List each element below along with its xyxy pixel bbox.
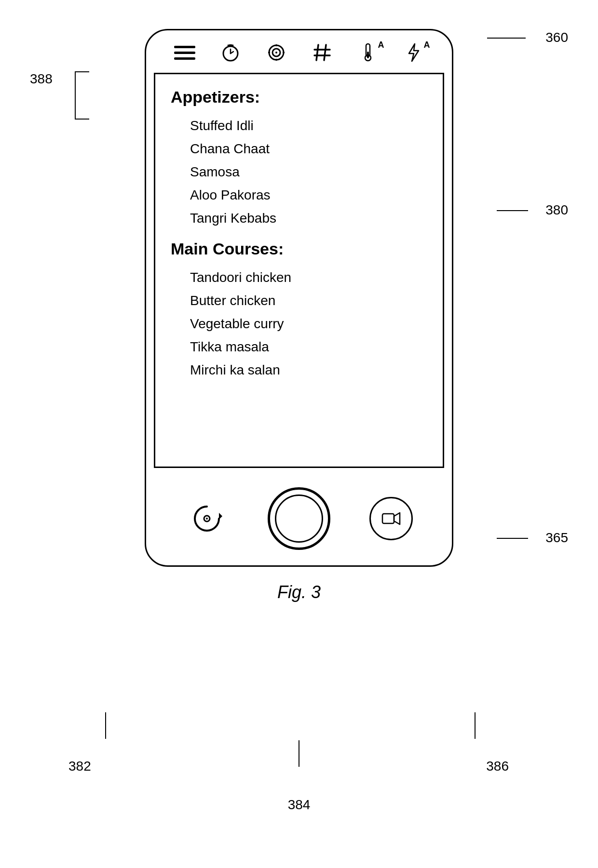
arrow-365 bbox=[497, 538, 528, 539]
menu-icon[interactable] bbox=[174, 43, 195, 62]
appetizer-item-3: Samosa bbox=[171, 160, 427, 184]
svg-rect-24 bbox=[382, 514, 394, 523]
svg-point-8 bbox=[275, 52, 277, 53]
appetizer-item-1: Stuffed Idli bbox=[171, 114, 427, 137]
svg-line-14 bbox=[324, 45, 326, 60]
brace-388 bbox=[75, 71, 89, 120]
device: A A Appetizers: Stuffed Idli Chana Chaat… bbox=[145, 29, 453, 567]
lightning-icon[interactable]: A bbox=[403, 42, 424, 63]
bottom-controls bbox=[146, 476, 452, 565]
appetizer-item-2: Chana Chaat bbox=[171, 137, 427, 160]
main-item-1: Tandoori chicken bbox=[171, 266, 427, 289]
fig-caption: Fig. 3 bbox=[277, 582, 321, 602]
video-icon bbox=[381, 508, 402, 529]
toolbar: A A bbox=[146, 30, 452, 73]
arrow-360 bbox=[487, 38, 526, 39]
lightning-a: A bbox=[424, 40, 430, 50]
main-item-2: Butter chicken bbox=[171, 289, 427, 312]
svg-rect-5 bbox=[229, 44, 232, 46]
label-384: 384 bbox=[288, 797, 311, 813]
video-button[interactable] bbox=[369, 497, 413, 540]
appetizer-item-4: Aloo Pakoras bbox=[171, 184, 427, 207]
timer-icon[interactable] bbox=[220, 42, 241, 63]
svg-rect-19 bbox=[367, 52, 369, 58]
appetizers-header: Appetizers: bbox=[171, 88, 427, 107]
thermometer-icon[interactable]: A bbox=[357, 42, 379, 63]
arrow-380 bbox=[497, 210, 528, 211]
page-wrapper: 360 388 380 365 382 384 386 bbox=[0, 0, 598, 868]
label-360: 360 bbox=[545, 30, 568, 45]
appetizers-section: Appetizers: Stuffed Idli Chana Chaat Sam… bbox=[171, 88, 427, 230]
hamburger-icon bbox=[174, 43, 195, 62]
label-386: 386 bbox=[486, 759, 509, 774]
thermometer-svg bbox=[357, 42, 379, 63]
timer-svg bbox=[220, 42, 241, 63]
lightning-svg bbox=[403, 42, 424, 63]
rotate-camera-button[interactable] bbox=[185, 497, 229, 540]
shutter-button[interactable] bbox=[268, 487, 330, 550]
main-item-4: Tikka masala bbox=[171, 335, 427, 359]
svg-marker-25 bbox=[394, 513, 400, 524]
thermometer-a: A bbox=[378, 40, 384, 50]
rotate-icon bbox=[188, 499, 226, 538]
label-382: 382 bbox=[68, 759, 91, 774]
line-384 bbox=[299, 740, 299, 767]
main-item-5: Mirchi ka salan bbox=[171, 359, 427, 382]
label-365: 365 bbox=[545, 530, 568, 546]
label-380: 380 bbox=[545, 202, 568, 218]
screen: Appetizers: Stuffed Idli Chana Chaat Sam… bbox=[154, 73, 444, 468]
svg-point-23 bbox=[206, 518, 208, 520]
main-courses-header: Main Courses: bbox=[171, 240, 427, 258]
main-item-3: Vegetable curry bbox=[171, 312, 427, 335]
target-svg bbox=[266, 42, 287, 63]
label-388: 388 bbox=[30, 71, 53, 87]
appetizer-item-5: Tangri Kebabs bbox=[171, 207, 427, 230]
hash-svg bbox=[312, 42, 333, 63]
svg-marker-21 bbox=[219, 513, 222, 520]
shutter-inner bbox=[275, 494, 323, 543]
target-icon[interactable] bbox=[266, 42, 287, 63]
line-382 bbox=[105, 712, 106, 739]
hash-icon[interactable] bbox=[312, 42, 333, 63]
svg-marker-20 bbox=[409, 44, 419, 61]
svg-line-13 bbox=[316, 45, 318, 60]
main-courses-section: Main Courses: Tandoori chicken Butter ch… bbox=[171, 240, 427, 382]
line-386 bbox=[475, 712, 476, 739]
